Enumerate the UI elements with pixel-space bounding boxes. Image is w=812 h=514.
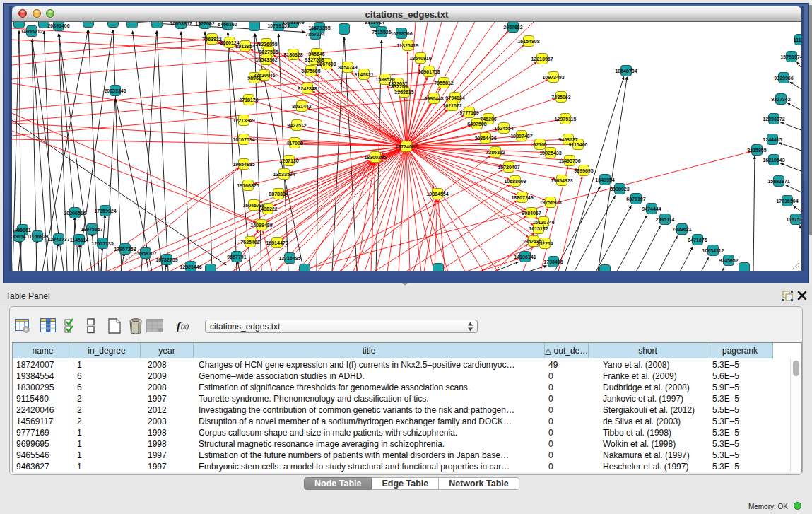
- svg-text:10025433: 10025433: [539, 151, 561, 156]
- svg-text:14055712: 14055712: [20, 29, 42, 34]
- svg-text:14099489: 14099489: [250, 223, 272, 228]
- svg-text:9827508: 9827508: [259, 49, 278, 54]
- svg-text:1145114: 1145114: [70, 238, 89, 243]
- svg-text:10543362: 10543362: [255, 57, 277, 62]
- svg-text:7386322: 7386322: [486, 150, 505, 155]
- svg-text:19384554: 19384554: [426, 192, 448, 197]
- svg-text:19975867: 19975867: [81, 227, 102, 232]
- svg-text:6497508: 6497508: [467, 122, 486, 127]
- svg-text:8471676: 8471676: [688, 238, 707, 243]
- svg-text:1244415: 1244415: [763, 137, 782, 142]
- svg-text:11156829: 11156829: [27, 234, 48, 239]
- svg-text:8215955: 8215955: [747, 148, 766, 153]
- svg-text:(x): (x): [181, 322, 189, 331]
- svg-text:10218506: 10218506: [390, 31, 412, 36]
- svg-text:8938923: 8938923: [610, 187, 629, 192]
- svg-text:19756928: 19756928: [539, 200, 561, 205]
- svg-text:62160: 62160: [533, 142, 547, 147]
- svg-text:10807487: 10807487: [510, 134, 532, 139]
- svg-text:10653267: 10653267: [170, 22, 192, 26]
- svg-text:16961758: 16961758: [418, 69, 440, 74]
- svg-text:17359924: 17359924: [94, 209, 116, 214]
- svg-text:9084067: 9084067: [522, 211, 541, 216]
- svg-text:10654112: 10654112: [702, 248, 724, 253]
- svg-text:16782759: 16782759: [155, 257, 177, 262]
- svg-text:1624554: 1624554: [494, 126, 513, 131]
- svg-text:8912954: 8912954: [235, 44, 254, 49]
- svg-text:3875685: 3875685: [301, 69, 320, 74]
- svg-text:9115460: 9115460: [569, 142, 588, 147]
- svg-text:9427512: 9427512: [287, 123, 306, 128]
- svg-text:1167534: 1167534: [787, 217, 801, 222]
- svg-text:9474444: 9474444: [642, 206, 661, 211]
- svg-text:8186328: 8186328: [283, 52, 302, 57]
- svg-text:13495756: 13495756: [558, 158, 580, 163]
- svg-text:8813014: 8813014: [365, 22, 384, 25]
- svg-text:13716485: 13716485: [278, 256, 300, 261]
- svg-text:16671355: 16671355: [308, 25, 330, 30]
- svg-text:9463627: 9463627: [558, 137, 577, 142]
- svg-text:6879197: 6879197: [626, 197, 645, 201]
- svg-text:17957253: 17957253: [114, 247, 136, 252]
- svg-text:10648784: 10648784: [615, 69, 637, 74]
- svg-text:345646: 345646: [308, 52, 324, 57]
- svg-text:15692971: 15692971: [767, 179, 789, 184]
- svg-text:1498222: 1498222: [258, 206, 277, 211]
- svg-text:11123: 11123: [794, 37, 801, 42]
- svg-text:98961: 98961: [247, 76, 261, 81]
- svg-text:19166825: 19166825: [237, 183, 259, 188]
- svg-text:20053346: 20053346: [104, 88, 126, 93]
- svg-text:16210643: 16210643: [763, 158, 784, 163]
- svg-text:2935114: 2935114: [656, 217, 675, 222]
- svg-text:23226058: 23226058: [255, 42, 277, 47]
- svg-text:15751074: 15751074: [780, 54, 801, 59]
- svg-text:9227342: 9227342: [771, 97, 790, 102]
- svg-text:12942737: 12942737: [47, 237, 69, 242]
- svg-text:18640910: 18640910: [409, 56, 431, 61]
- svg-text:20206516: 20206516: [64, 211, 86, 216]
- svg-text:1621072: 1621072: [442, 103, 461, 108]
- svg-text:746206: 746206: [480, 117, 496, 122]
- svg-text:1527602: 1527602: [195, 22, 214, 26]
- svg-text:12213369: 12213369: [233, 118, 254, 123]
- svg-text:20364436: 20364436: [474, 136, 496, 141]
- svg-text:7515526: 7515526: [372, 30, 391, 35]
- svg-text:9899695: 9899695: [574, 168, 593, 173]
- svg-text:1640954: 1640954: [595, 177, 614, 182]
- svg-text:417006: 417006: [286, 141, 302, 146]
- svg-text:16033809: 16033809: [282, 22, 304, 25]
- svg-text:7955812: 7955812: [434, 81, 453, 86]
- svg-text:13533594: 13533594: [273, 172, 295, 177]
- svg-text:12975115: 12975115: [555, 117, 577, 122]
- svg-text:18300295: 18300295: [364, 155, 386, 160]
- svg-text:19654923: 19654923: [551, 178, 572, 183]
- svg-text:15720407: 15720407: [498, 165, 519, 170]
- svg-text:7563822: 7563822: [202, 37, 221, 42]
- svg-text:7625402: 7625402: [240, 240, 259, 245]
- svg-text:3267130: 3267130: [279, 158, 298, 163]
- svg-text:1733426: 1733426: [543, 259, 563, 264]
- svg-text:7032621: 7032621: [672, 227, 691, 232]
- svg-text:9657791: 9657791: [227, 255, 246, 259]
- svg-text:16120746: 16120746: [532, 220, 554, 225]
- svg-text:10688609: 10688609: [504, 179, 526, 184]
- svg-text:832205: 832205: [391, 84, 407, 89]
- svg-text:9242848: 9242848: [298, 86, 317, 91]
- svg-text:10107554: 10107554: [233, 137, 254, 142]
- svg-text:9777169: 9777169: [459, 110, 478, 115]
- svg-text:19958107: 19958107: [134, 251, 156, 256]
- svg-text:39154: 39154: [12, 234, 26, 239]
- svg-text:7485063: 7485063: [551, 95, 570, 100]
- svg-text:18807249: 18807249: [511, 195, 533, 200]
- svg-text:10973493: 10973493: [542, 75, 564, 80]
- svg-text:8454749: 8454749: [338, 65, 357, 70]
- svg-text:2967608: 2967608: [317, 62, 336, 66]
- svg-text:1615132: 1615132: [529, 226, 548, 231]
- svg-text:19654985: 19654985: [233, 162, 254, 167]
- svg-text:6466160: 6466160: [218, 22, 237, 27]
- svg-text:20891406: 20891406: [47, 23, 69, 28]
- svg-text:2087682: 2087682: [503, 25, 522, 30]
- svg-text:16914479: 16914479: [266, 240, 288, 245]
- svg-text:12505135: 12505135: [91, 241, 113, 246]
- svg-text:16154808: 16154808: [517, 39, 539, 44]
